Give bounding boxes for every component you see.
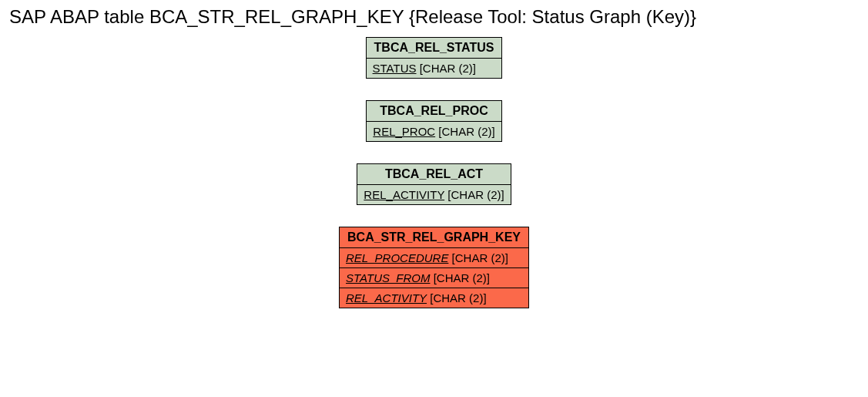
table-tbca-rel-status: TBCA_REL_STATUS STATUS [CHAR (2)] <box>366 37 503 79</box>
field-name: REL_ACTIVITY <box>346 291 427 304</box>
table-row: REL_ACTIVITY [CHAR (2)] <box>357 185 510 204</box>
field-type: [CHAR (2)] <box>448 251 508 264</box>
table-row: REL_PROCEDURE [CHAR (2)] <box>340 248 528 268</box>
field-name: REL_PROC <box>373 125 435 138</box>
field-type: [CHAR (2)] <box>417 62 477 75</box>
table-tbca-rel-act: TBCA_REL_ACT REL_ACTIVITY [CHAR (2)] <box>357 163 511 205</box>
table-header: TBCA_REL_STATUS <box>367 38 502 59</box>
page-title: SAP ABAP table BCA_STR_REL_GRAPH_KEY {Re… <box>0 0 868 28</box>
table-row: STATUS [CHAR (2)] <box>367 59 502 78</box>
table-bca-str-rel-graph-key: BCA_STR_REL_GRAPH_KEY REL_PROCEDURE [CHA… <box>339 227 529 308</box>
table-header: TBCA_REL_PROC <box>367 101 501 122</box>
field-type: [CHAR (2)] <box>435 125 495 138</box>
table-header: BCA_STR_REL_GRAPH_KEY <box>340 227 528 248</box>
table-header: TBCA_REL_ACT <box>357 164 510 185</box>
diagram-container: TBCA_REL_STATUS STATUS [CHAR (2)] TBCA_R… <box>0 37 868 308</box>
field-name: STATUS_FROM <box>346 271 430 284</box>
field-name: REL_PROCEDURE <box>346 251 448 264</box>
field-type: [CHAR (2)] <box>444 188 504 201</box>
field-type: [CHAR (2)] <box>430 271 490 284</box>
field-name: REL_ACTIVITY <box>364 188 444 201</box>
table-tbca-rel-proc: TBCA_REL_PROC REL_PROC [CHAR (2)] <box>366 100 501 142</box>
table-row: STATUS_FROM [CHAR (2)] <box>340 268 528 288</box>
table-row: REL_PROC [CHAR (2)] <box>367 122 501 141</box>
table-row: REL_ACTIVITY [CHAR (2)] <box>340 288 528 308</box>
field-name: STATUS <box>373 62 417 75</box>
field-type: [CHAR (2)] <box>427 291 487 304</box>
